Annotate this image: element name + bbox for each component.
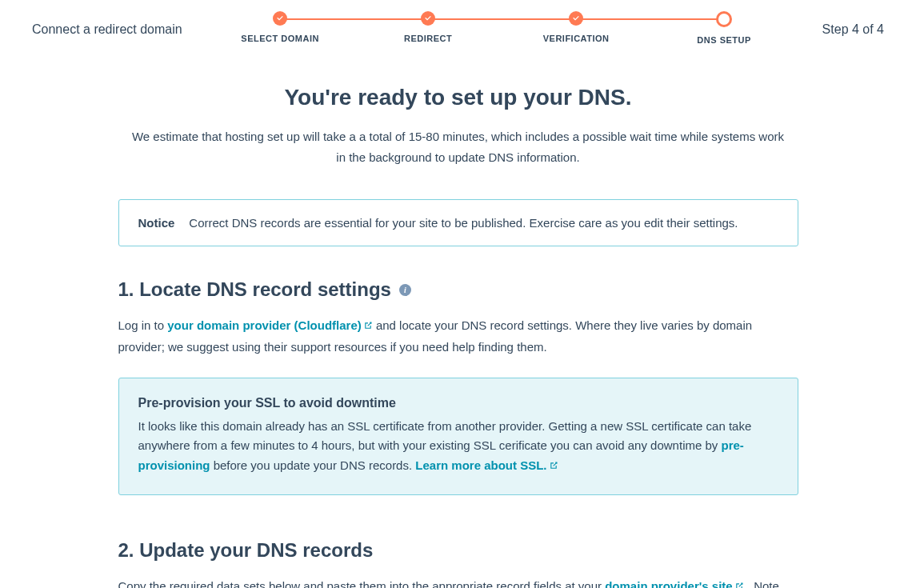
domain-provider-site-link[interactable]: domain provider's site bbox=[605, 579, 743, 588]
active-step-icon bbox=[716, 11, 732, 27]
domain-provider-link[interactable]: your domain provider (Cloudflare) bbox=[167, 318, 373, 332]
check-icon bbox=[421, 11, 435, 26]
notice-label: Notice bbox=[138, 216, 175, 230]
info-icon[interactable]: i bbox=[399, 284, 411, 296]
step-counter: Step 4 of 4 bbox=[822, 11, 884, 37]
step-dns-setup: DNS SETUP bbox=[650, 11, 798, 45]
section-2-text: Copy the required data sets below and pa… bbox=[118, 576, 798, 588]
header-title: Connect a redirect domain bbox=[32, 11, 182, 37]
step-label: SELECT DOMAIN bbox=[241, 34, 319, 43]
step-redirect: REDIRECT bbox=[354, 11, 502, 43]
check-icon bbox=[569, 11, 583, 26]
notice-text: Correct DNS records are essential for yo… bbox=[189, 216, 738, 230]
step-label: DNS SETUP bbox=[697, 35, 750, 45]
notice-box: Notice Correct DNS records are essential… bbox=[118, 199, 798, 246]
step-label: REDIRECT bbox=[404, 34, 452, 43]
external-link-icon bbox=[549, 457, 558, 477]
learn-ssl-link[interactable]: Learn more about SSL. bbox=[415, 458, 558, 472]
section-1-heading: 1. Locate DNS record settings i bbox=[118, 278, 798, 301]
check-icon bbox=[273, 11, 287, 26]
section-1-text: Log in to your domain provider (Cloudfla… bbox=[118, 315, 798, 358]
step-verification: VERIFICATION bbox=[502, 11, 650, 43]
step-select-domain: SELECT DOMAIN bbox=[206, 11, 354, 43]
page-title: You're ready to set up your DNS. bbox=[118, 85, 798, 110]
section-1-title: 1. Locate DNS record settings bbox=[118, 278, 391, 301]
main-content: You're ready to set up your DNS. We esti… bbox=[118, 85, 798, 588]
ssl-info-box: Pre-provision your SSL to avoid downtime… bbox=[118, 378, 798, 495]
step-label: VERIFICATION bbox=[543, 34, 610, 43]
ssl-box-text: It looks like this domain already has an… bbox=[138, 417, 778, 477]
ssl-box-title: Pre-provision your SSL to avoid downtime bbox=[138, 396, 778, 410]
progress-stepper: SELECT DOMAIN REDIRECT VERIFICATION DNS … bbox=[206, 11, 798, 45]
page-subtitle: We estimate that hosting set up will tak… bbox=[126, 126, 790, 167]
external-link-icon bbox=[363, 316, 373, 337]
section-2-title: 2. Update your DNS records bbox=[118, 539, 374, 562]
page-header: Connect a redirect domain SELECT DOMAIN … bbox=[0, 0, 916, 45]
external-link-icon bbox=[734, 577, 744, 588]
section-2-heading: 2. Update your DNS records bbox=[118, 539, 798, 562]
